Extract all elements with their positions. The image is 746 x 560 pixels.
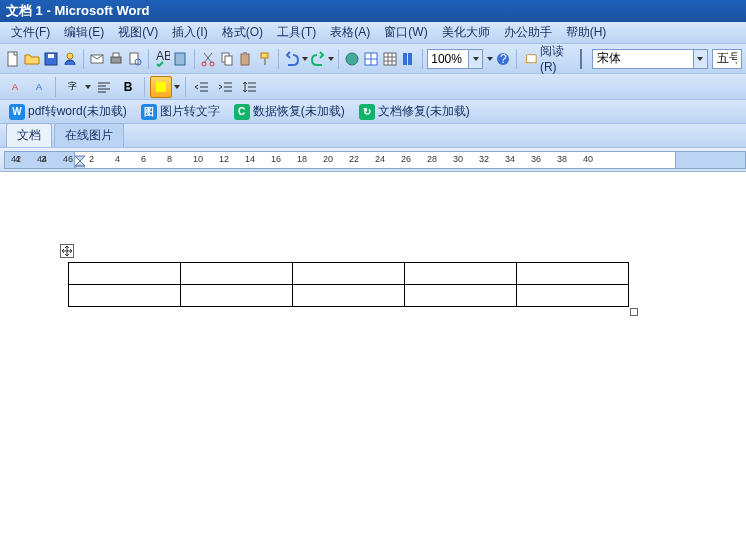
font-name-dropdown-icon[interactable]	[693, 50, 707, 68]
paste-button[interactable]	[237, 48, 255, 70]
cut-button[interactable]	[199, 48, 217, 70]
table-cell[interactable]	[405, 263, 517, 285]
ruler-tick: 44	[37, 154, 47, 164]
ruler-tick: 34	[505, 154, 515, 164]
insert-table-button[interactable]	[381, 48, 399, 70]
svg-rect-10	[175, 53, 185, 65]
redo-button[interactable]	[309, 48, 327, 70]
title-bar: 文档 1 - Microsoft Word	[0, 0, 746, 22]
table-resize-handle[interactable]	[630, 308, 638, 316]
table-cell[interactable]	[517, 263, 629, 285]
ruler-tick: 2	[89, 154, 94, 164]
menu-item[interactable]: 工具(T)	[270, 22, 323, 43]
table-cell[interactable]	[69, 263, 181, 285]
addon-button[interactable]: Wpdf转word(未加载)	[4, 101, 132, 122]
table-row[interactable]	[69, 285, 629, 307]
preview-button[interactable]	[126, 48, 144, 70]
menu-item[interactable]: 文件(F)	[4, 22, 57, 43]
tables-borders-button[interactable]	[362, 48, 380, 70]
menu-item[interactable]: 视图(V)	[111, 22, 165, 43]
help-button[interactable]: ?	[494, 48, 512, 70]
highlight-dropdown-icon[interactable]	[174, 85, 180, 89]
table-cell[interactable]	[293, 285, 405, 307]
open-button[interactable]	[23, 48, 41, 70]
menu-item[interactable]: 办公助手	[497, 22, 559, 43]
menu-item[interactable]: 插入(I)	[165, 22, 214, 43]
addon-bar: Wpdf转word(未加载)图图片转文字C数据恢复(未加载)↻文档修复(未加载)	[0, 100, 746, 124]
spelling-button[interactable]: ABC	[153, 48, 171, 70]
print-button[interactable]	[107, 48, 125, 70]
style-a1-button[interactable]: A	[4, 76, 26, 98]
decrease-indent-button[interactable]	[191, 76, 213, 98]
font-size-combo[interactable]	[712, 49, 742, 69]
document-tab[interactable]: 文档	[6, 123, 52, 147]
table-move-handle[interactable]	[60, 244, 74, 258]
formatting-toolbar: A A 字 B	[0, 74, 746, 100]
indent-marker-icon[interactable]	[75, 152, 85, 169]
svg-rect-26	[156, 82, 166, 92]
addon-button[interactable]: ↻文档修复(未加载)	[354, 101, 475, 122]
reading-layout-button[interactable]: 阅读(R)	[521, 43, 576, 74]
menu-item[interactable]: 窗口(W)	[377, 22, 434, 43]
save-button[interactable]	[42, 48, 60, 70]
addon-button[interactable]: 图图片转文字	[136, 101, 225, 122]
char-scaling-button[interactable]: 字	[61, 76, 83, 98]
document-area[interactable]	[0, 172, 746, 552]
addon-label: pdf转word(未加载)	[28, 103, 127, 120]
hyperlink-button[interactable]	[343, 48, 361, 70]
increase-indent-button[interactable]	[215, 76, 237, 98]
svg-rect-17	[261, 53, 268, 58]
mail-button[interactable]	[88, 48, 106, 70]
svg-rect-22	[403, 53, 407, 65]
zoom-combo[interactable]	[427, 49, 483, 69]
ruler-tick: 46	[63, 154, 73, 164]
zoom-dropdown-icon[interactable]	[468, 50, 482, 68]
font-size-input[interactable]	[713, 52, 741, 66]
ruler-tick: 32	[479, 154, 489, 164]
font-name-input[interactable]	[593, 52, 693, 66]
undo-dropdown-icon[interactable]	[302, 57, 308, 61]
format-painter-button[interactable]	[256, 48, 274, 70]
addon-button[interactable]: C数据恢复(未加载)	[229, 101, 350, 122]
style-a2-button[interactable]: A	[28, 76, 50, 98]
menu-item[interactable]: 格式(O)	[215, 22, 270, 43]
new-button[interactable]	[4, 48, 22, 70]
table-cell[interactable]	[293, 263, 405, 285]
columns-button[interactable]	[400, 48, 418, 70]
document-tab[interactable]: 在线图片	[54, 123, 124, 147]
table-cell[interactable]	[405, 285, 517, 307]
table-cell[interactable]	[517, 285, 629, 307]
bold-button[interactable]: B	[117, 76, 139, 98]
ruler-area: 42 246810121416182022242628303234363840 …	[0, 148, 746, 172]
ruler-tick: 22	[349, 154, 359, 164]
zoom-input[interactable]	[428, 52, 468, 66]
table-cell[interactable]	[181, 285, 293, 307]
copy-button[interactable]	[218, 48, 236, 70]
font-name-combo[interactable]	[592, 49, 708, 69]
document-tabs-bar: 文档在线图片	[0, 124, 746, 148]
redo-dropdown-icon[interactable]	[328, 57, 334, 61]
horizontal-ruler[interactable]: 42 246810121416182022242628303234363840 …	[4, 151, 746, 169]
svg-text:?: ?	[500, 52, 507, 66]
align-left-button[interactable]	[93, 76, 115, 98]
char-scaling-dropdown-icon[interactable]	[85, 85, 91, 89]
menu-item[interactable]: 美化大师	[435, 22, 497, 43]
undo-button[interactable]	[283, 48, 301, 70]
menu-item[interactable]: 编辑(E)	[57, 22, 111, 43]
permission-button[interactable]	[61, 48, 79, 70]
highlight-button[interactable]	[150, 76, 172, 98]
menu-item[interactable]: 帮助(H)	[559, 22, 614, 43]
research-button[interactable]	[172, 48, 190, 70]
document-table[interactable]	[68, 262, 629, 307]
table-cell[interactable]	[69, 285, 181, 307]
table-cell[interactable]	[181, 263, 293, 285]
addon-icon: ↻	[359, 104, 375, 120]
svg-point-3	[67, 53, 73, 59]
line-spacing-button[interactable]	[239, 76, 261, 98]
toolbar-overflow-icon[interactable]	[487, 57, 493, 61]
addon-icon: C	[234, 104, 250, 120]
standard-toolbar: ABC ? 阅读(R)	[0, 44, 746, 74]
svg-rect-0	[8, 52, 17, 66]
table-row[interactable]	[69, 263, 629, 285]
menu-item[interactable]: 表格(A)	[323, 22, 377, 43]
